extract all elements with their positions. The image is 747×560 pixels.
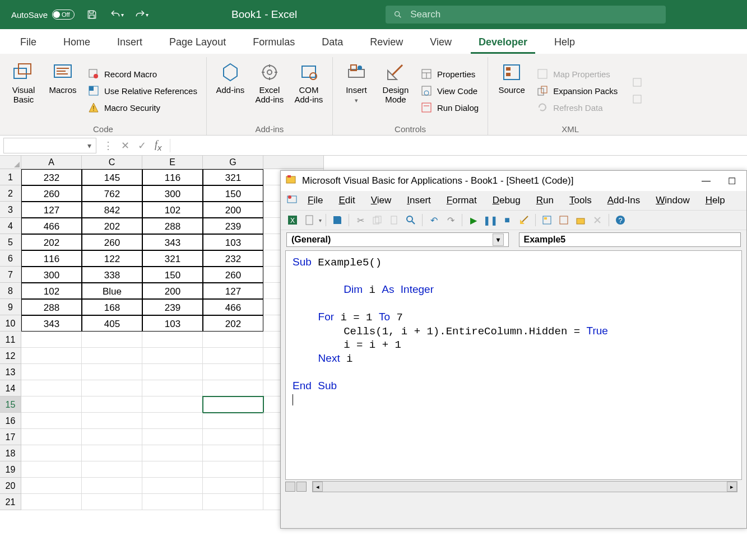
row-header[interactable]: 15: [0, 396, 21, 413]
cell[interactable]: [82, 413, 142, 429]
view-code-button[interactable]: View Code: [417, 83, 482, 99]
cell[interactable]: 232: [203, 250, 263, 267]
row-header[interactable]: 7: [0, 267, 21, 283]
cell[interactable]: 202: [82, 218, 142, 234]
save-icon[interactable]: [85, 7, 99, 22]
object-browser-icon[interactable]: [573, 213, 588, 227]
tab-view[interactable]: View: [416, 31, 465, 54]
cell[interactable]: [21, 380, 82, 396]
source-button[interactable]: Source: [494, 59, 530, 122]
cell[interactable]: [142, 348, 203, 364]
name-box[interactable]: ▾: [3, 138, 96, 153]
cell[interactable]: [82, 396, 142, 413]
cell[interactable]: [203, 478, 263, 494]
tab-page-layout[interactable]: Page Layout: [156, 31, 239, 54]
procedure-view-button[interactable]: [296, 482, 307, 492]
cell[interactable]: [203, 494, 263, 510]
cell[interactable]: [21, 429, 82, 445]
fx-icon[interactable]: fx: [150, 139, 166, 152]
addins-button[interactable]: Add-ins: [212, 59, 248, 122]
insert-module-icon[interactable]: [302, 213, 317, 227]
cell[interactable]: [142, 494, 203, 510]
vba-menu-format[interactable]: Format: [439, 193, 485, 208]
macros-button[interactable]: Macros: [45, 59, 81, 122]
cancel-formula-button[interactable]: ✕: [117, 139, 133, 152]
cell[interactable]: 466: [21, 218, 82, 234]
cell[interactable]: [203, 445, 263, 461]
cell[interactable]: 260: [82, 234, 142, 250]
cell[interactable]: [82, 445, 142, 461]
select-all-corner[interactable]: [0, 156, 21, 169]
full-module-view-button[interactable]: [285, 482, 295, 492]
cell[interactable]: 343: [142, 234, 203, 250]
enter-formula-button[interactable]: ✓: [133, 139, 150, 152]
project-explorer-icon[interactable]: [540, 213, 554, 227]
undo-icon[interactable]: ↶: [426, 213, 441, 227]
cell[interactable]: [142, 332, 203, 348]
cell[interactable]: 466: [203, 299, 263, 315]
cell[interactable]: 842: [82, 202, 142, 218]
row-header[interactable]: 20: [0, 478, 21, 494]
cell[interactable]: [203, 364, 263, 380]
cell[interactable]: 239: [142, 299, 203, 315]
row-header[interactable]: 16: [0, 413, 21, 429]
cell[interactable]: [82, 364, 142, 380]
cell[interactable]: [21, 396, 82, 413]
cell[interactable]: [142, 364, 203, 380]
vba-menu-view[interactable]: View: [363, 193, 400, 208]
cell[interactable]: 232: [21, 169, 82, 185]
cell[interactable]: 150: [203, 185, 263, 202]
row-header[interactable]: 2: [0, 185, 21, 202]
cell[interactable]: 200: [142, 283, 203, 299]
tab-data[interactable]: Data: [308, 31, 356, 54]
cell[interactable]: [203, 429, 263, 445]
cell[interactable]: [82, 380, 142, 396]
properties-button[interactable]: Properties: [417, 66, 482, 82]
chevron-down-icon[interactable]: ▾: [493, 234, 504, 246]
cell[interactable]: [21, 461, 82, 478]
code-pane[interactable]: Sub Example5() Dim i As Integer For i = …: [285, 250, 742, 480]
cell[interactable]: 102: [21, 283, 82, 299]
tab-file[interactable]: File: [7, 31, 50, 54]
design-mode-button[interactable]: Design Mode: [378, 59, 414, 122]
tab-help[interactable]: Help: [541, 31, 588, 54]
insert-controls-button[interactable]: Insert▾: [338, 59, 374, 122]
use-relative-refs-button[interactable]: Use Relative References: [84, 83, 201, 99]
cell[interactable]: [203, 348, 263, 364]
row-header[interactable]: 17: [0, 429, 21, 445]
row-header[interactable]: 19: [0, 461, 21, 478]
run-dialog-button[interactable]: Run Dialog: [417, 100, 482, 115]
copy-icon[interactable]: [370, 213, 384, 227]
cell[interactable]: [142, 461, 203, 478]
cell[interactable]: [21, 332, 82, 348]
cell[interactable]: 122: [82, 250, 142, 267]
cell[interactable]: [203, 332, 263, 348]
cell[interactable]: [203, 380, 263, 396]
visual-basic-button[interactable]: Visual Basic: [6, 59, 41, 122]
row-header[interactable]: 8: [0, 283, 21, 299]
vba-menu-tools[interactable]: Tools: [562, 193, 600, 208]
cell[interactable]: [203, 413, 263, 429]
row-header[interactable]: 10: [0, 315, 21, 332]
column-header[interactable]: G: [203, 156, 263, 169]
cell[interactable]: 116: [142, 169, 203, 185]
cell[interactable]: 202: [203, 315, 263, 332]
properties-window-icon[interactable]: [556, 213, 571, 227]
row-header[interactable]: 13: [0, 364, 21, 380]
autosave-switch[interactable]: Off: [52, 10, 75, 20]
formula-input[interactable]: [170, 139, 747, 152]
row-header[interactable]: 12: [0, 348, 21, 364]
undo-icon[interactable]: ▾: [109, 7, 124, 22]
expansion-packs-button[interactable]: Expansion Packs: [533, 83, 621, 99]
help-icon[interactable]: ?: [613, 213, 628, 227]
redo-icon[interactable]: ↷: [443, 213, 458, 227]
vba-menu-help[interactable]: Help: [698, 193, 733, 208]
tab-developer[interactable]: Developer: [465, 31, 541, 54]
tab-home[interactable]: Home: [50, 31, 104, 54]
cell[interactable]: 321: [203, 169, 263, 185]
cell[interactable]: 260: [21, 185, 82, 202]
horizontal-scrollbar[interactable]: ◂▸: [312, 481, 737, 492]
record-macro-button[interactable]: Record Macro: [84, 66, 201, 82]
cell[interactable]: [142, 413, 203, 429]
row-header[interactable]: 5: [0, 234, 21, 250]
